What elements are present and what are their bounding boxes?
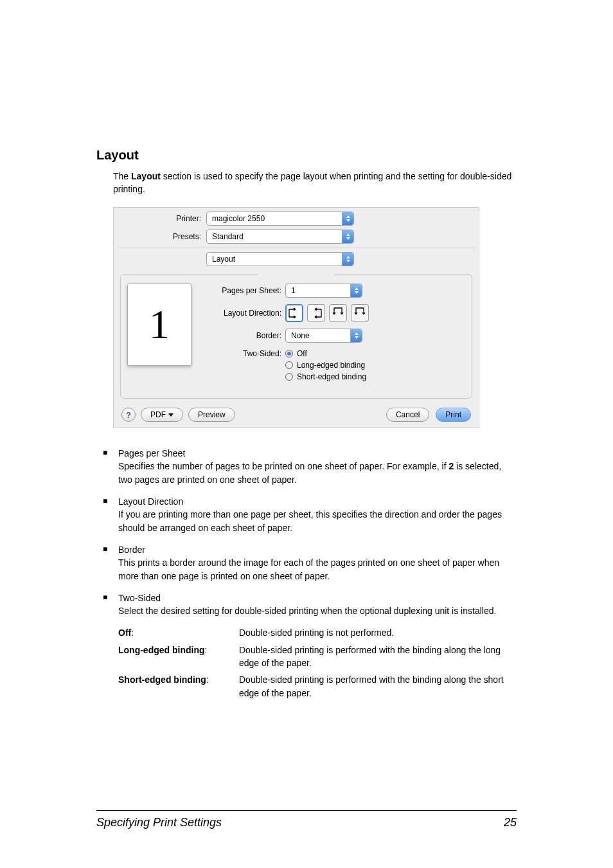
help-button[interactable]: ? — [121, 408, 136, 422]
preview-button[interactable]: Preview — [188, 408, 235, 422]
layout-direction-tb-lr-icon[interactable] — [329, 304, 347, 322]
option-row-long: Long-edged binding: Double-sided printin… — [118, 644, 517, 670]
footer-page-number: 25 — [504, 816, 517, 829]
two-sided-short-label: Short-edged binding — [297, 372, 366, 381]
printer-label: Printer: — [118, 214, 201, 223]
pdf-button-label: PDF — [150, 410, 166, 419]
option-value: Double-sided printing is not performed. — [239, 626, 517, 639]
radio-selected-icon — [285, 350, 293, 357]
pages-per-sheet-label: Pages per Sheet: — [198, 286, 281, 295]
footer-title: Specifying Print Settings — [96, 816, 222, 829]
option-value: Double-sided printing is performed with … — [239, 673, 517, 700]
bullet-pages-per-sheet: Pages per Sheet Specifies the number of … — [103, 447, 517, 486]
option-row-short: Short-edged binding: Double-sided printi… — [118, 673, 517, 700]
bullet-body: Select the desired setting for double-si… — [118, 604, 517, 617]
cancel-button-label: Cancel — [396, 410, 420, 419]
layout-direction-lr-tb-icon[interactable] — [285, 304, 303, 322]
bullet-two-sided: Two-Sided Select the desired setting for… — [103, 592, 517, 618]
section-select[interactable]: Layout — [206, 252, 354, 266]
pages-per-sheet-select[interactable]: 1 — [285, 284, 362, 298]
preview-button-label: Preview — [198, 410, 226, 419]
layout-direction-tb-rl-icon[interactable] — [351, 304, 369, 322]
option-key-suffix: : — [205, 645, 208, 655]
option-key: Long-edged binding — [118, 645, 205, 655]
border-select-value: None — [291, 331, 310, 340]
layout-group: 1 Pages per Sheet: 1 — [120, 274, 472, 399]
section-select-value: Layout — [212, 255, 235, 264]
divider — [118, 248, 475, 248]
page-footer: Specifying Print Settings 25 — [96, 810, 517, 829]
presets-label: Presets: — [118, 232, 201, 241]
two-sided-off-radio[interactable]: Off — [285, 349, 366, 358]
bullet-title: Pages per Sheet — [118, 447, 517, 460]
print-dialog: Printer: magicolor 2550 Presets: Standar… — [113, 207, 479, 428]
svg-marker-7 — [355, 291, 359, 294]
two-sided-long-radio[interactable]: Long-edged binding — [285, 361, 366, 370]
question-mark-icon: ? — [126, 410, 131, 420]
border-label: Border: — [198, 331, 281, 340]
two-sided-off-label: Off — [297, 349, 307, 358]
bullet-layout-direction: Layout Direction If you are printing mor… — [103, 495, 517, 534]
svg-marker-4 — [346, 256, 350, 258]
option-value: Double-sided printing is performed with … — [239, 644, 517, 670]
option-key-suffix: : — [206, 674, 209, 685]
pdf-dropdown-button[interactable]: PDF — [141, 408, 183, 422]
two-sided-long-label: Long-edged binding — [297, 361, 365, 370]
bullet-title: Border — [118, 543, 517, 556]
bullet-title: Two-Sided — [118, 592, 517, 604]
chevron-updown-icon — [342, 253, 353, 266]
chevron-updown-icon — [342, 230, 353, 243]
svg-marker-9 — [355, 336, 359, 339]
bullet-border: Border This prints a border around the i… — [103, 543, 517, 583]
two-sided-radiogroup: Off Long-edged binding Short-edged bindi… — [285, 349, 366, 381]
chevron-updown-icon — [350, 329, 362, 342]
svg-marker-6 — [355, 287, 359, 290]
radio-unselected-icon — [285, 373, 293, 381]
intro-paragraph: The Layout section is used to specify th… — [113, 170, 517, 195]
svg-marker-2 — [346, 233, 350, 236]
layout-direction-label: Layout Direction: — [198, 309, 281, 318]
intro-bold: Layout — [131, 171, 161, 181]
intro-post: section is used to specify the page layo… — [113, 171, 511, 194]
section-heading: Layout — [96, 148, 517, 163]
option-key: Short-edged binding — [118, 674, 206, 685]
bullet-body: Specifies the number of pages to be prin… — [118, 460, 517, 486]
document-page: Layout The Layout section is used to spe… — [0, 0, 613, 868]
chevron-updown-icon — [342, 212, 353, 225]
border-select[interactable]: None — [285, 329, 362, 343]
page-preview-number: 1 — [149, 301, 170, 348]
feature-bullet-list: Pages per Sheet Specifies the number of … — [103, 447, 517, 617]
page-preview: 1 — [127, 284, 191, 366]
cancel-button[interactable]: Cancel — [386, 408, 429, 422]
presets-select-value: Standard — [212, 232, 244, 241]
option-key-suffix: : — [131, 628, 134, 638]
bullet-body-pre: Specifies the number of pages to be prin… — [118, 461, 449, 471]
two-sided-label: Two-Sided: — [198, 349, 281, 358]
intro-pre: The — [113, 171, 131, 181]
print-button-label: Print — [445, 410, 461, 419]
svg-marker-1 — [346, 219, 350, 222]
layout-direction-rl-tb-icon[interactable] — [307, 304, 325, 322]
print-button[interactable]: Print — [436, 408, 471, 422]
svg-marker-0 — [346, 215, 350, 218]
svg-marker-8 — [355, 332, 359, 335]
option-row-off: Off: Double-sided printing is not perfor… — [118, 626, 517, 639]
two-sided-short-radio[interactable]: Short-edged binding — [285, 372, 366, 381]
presets-select[interactable]: Standard — [206, 230, 354, 244]
pages-per-sheet-value: 1 — [291, 286, 296, 295]
option-key: Off — [118, 628, 131, 638]
bullet-body: This prints a border around the image fo… — [118, 556, 517, 583]
printer-select-value: magicolor 2550 — [212, 214, 265, 223]
bullet-title: Layout Direction — [118, 495, 517, 508]
two-sided-options-table: Off: Double-sided printing is not perfor… — [118, 626, 517, 699]
chevron-down-icon — [168, 413, 173, 417]
printer-select[interactable]: magicolor 2550 — [206, 212, 354, 226]
radio-unselected-icon — [285, 361, 293, 369]
chevron-updown-icon — [350, 284, 362, 297]
svg-marker-5 — [346, 260, 350, 262]
svg-marker-3 — [346, 237, 350, 240]
bullet-body: If you are printing more than one page p… — [118, 508, 517, 534]
